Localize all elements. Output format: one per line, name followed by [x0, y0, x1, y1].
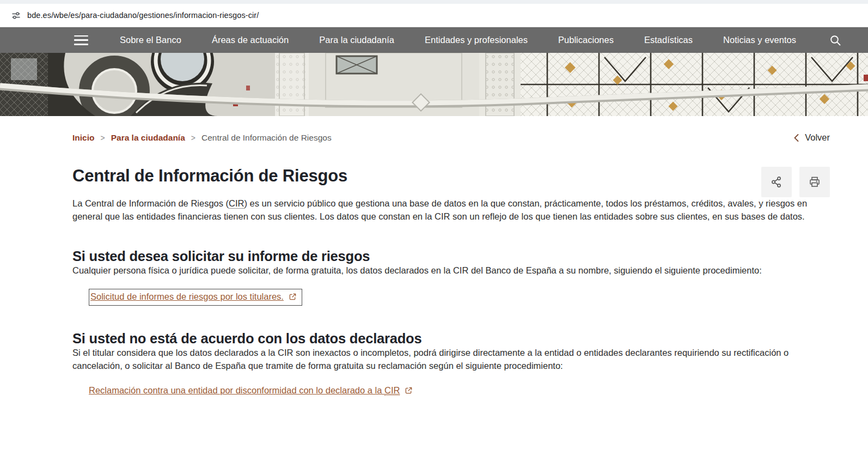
breadcrumb-row: Inicio > Para la ciudadanía > Central de… — [72, 132, 830, 143]
nav-item-sobre-el-banco[interactable]: Sobre el Banco — [120, 35, 181, 45]
breadcrumb-inicio[interactable]: Inicio — [72, 133, 94, 143]
nav-item-para-la-ciudadania[interactable]: Para la ciudadanía — [319, 35, 394, 45]
section-heading-desacuerdo: Si usted no está de acuerdo con los dato… — [72, 331, 830, 347]
intro-paragraph: La Central de Información de Riesgos (CI… — [72, 197, 830, 223]
cir-abbreviation: CIR — [229, 198, 244, 209]
cir-abbreviation: CIR — [384, 385, 400, 396]
back-label: Volver — [805, 132, 830, 143]
browser-window-edge — [0, 0, 868, 4]
chevron-left-icon — [793, 134, 800, 142]
search-icon[interactable] — [829, 34, 842, 47]
share-icon — [771, 176, 783, 188]
hamburger-icon[interactable] — [74, 35, 88, 45]
section-solicitar-informe: Si usted desea solicitar su informe de r… — [72, 248, 830, 306]
page-title: Central de Información de Riesgos — [72, 167, 347, 185]
link-solicitud-informes[interactable]: Solicitud de informes de riesgos por los… — [90, 290, 284, 303]
print-icon — [809, 176, 821, 188]
nav-item-areas-de-actuacion[interactable]: Áreas de actuación — [212, 35, 289, 45]
print-button[interactable] — [799, 167, 830, 197]
external-link-icon — [405, 386, 413, 395]
link-reclamacion-entidad[interactable]: Reclamación contra una entidad por disco… — [89, 384, 400, 397]
breadcrumb-separator: > — [191, 134, 195, 142]
nav-item-noticias-y-eventos[interactable]: Noticias y eventos — [723, 35, 796, 45]
nav-item-entidades-y-profesionales[interactable]: Entidades y profesionales — [425, 35, 528, 45]
hero-image-stained-glass-ceiling — [0, 53, 868, 116]
main-navigation: Sobre el Banco Áreas de actuación Para l… — [0, 27, 868, 53]
share-button[interactable] — [761, 167, 792, 197]
doc-link-row: Solicitud de informes de riesgos por los… — [89, 289, 830, 306]
site-settings-icon[interactable] — [9, 8, 23, 22]
nav-item-publicaciones[interactable]: Publicaciones — [558, 35, 614, 45]
breadcrumb-para-la-ciudadania[interactable]: Para la ciudadanía — [111, 133, 185, 143]
browser-address-bar[interactable]: bde.es/wbe/es/para-ciudadano/gestiones/i… — [0, 4, 868, 27]
doc-link-row: Reclamación contra una entidad por disco… — [89, 384, 830, 397]
breadcrumb: Inicio > Para la ciudadanía > Central de… — [72, 133, 332, 143]
section-body-solicitar: Cualquier persona física o jurídica pued… — [72, 264, 830, 277]
section-datos-declarados: Si usted no está de acuerdo con los dato… — [72, 331, 830, 397]
breadcrumb-separator: > — [100, 134, 105, 142]
intro-text-part1: La Central de Información de Riesgos ( — [72, 198, 229, 208]
focused-link-box: Solicitud de informes de riesgos por los… — [89, 289, 302, 306]
back-link[interactable]: Volver — [793, 132, 830, 143]
breadcrumb-current-page: Central de Información de Riesgos — [201, 133, 332, 143]
url-text[interactable]: bde.es/wbe/es/para-ciudadano/gestiones/i… — [27, 11, 259, 20]
link-text: Reclamación contra una entidad por disco… — [89, 385, 384, 395]
section-body-desacuerdo: Si el titular considera que los datos de… — [72, 347, 830, 373]
nav-item-estadisticas[interactable]: Estadísticas — [644, 35, 693, 45]
section-heading-solicitar: Si usted desea solicitar su informe de r… — [72, 248, 830, 264]
title-row: Central de Información de Riesgos — [72, 167, 830, 197]
link-row-reclamacion: Reclamación contra una entidad por disco… — [89, 384, 413, 397]
nav-menu: Sobre el Banco Áreas de actuación Para l… — [120, 35, 796, 45]
page-actions — [761, 167, 830, 197]
page-content: Inicio > Para la ciudadanía > Central de… — [0, 132, 868, 435]
external-link-icon — [289, 293, 297, 301]
